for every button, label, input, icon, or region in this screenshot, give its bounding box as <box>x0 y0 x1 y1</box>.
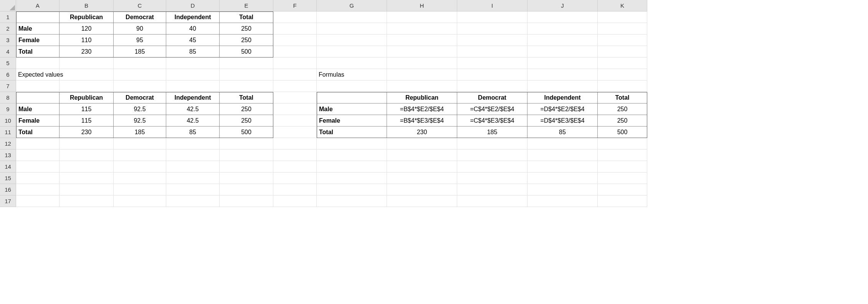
cell-I1[interactable] <box>457 12 527 23</box>
col-header-E[interactable]: E <box>220 0 273 12</box>
cell-K8[interactable]: Total <box>598 92 647 104</box>
cell-B6[interactable] <box>60 69 114 81</box>
cell-J14[interactable] <box>527 161 598 173</box>
cell-C15[interactable] <box>114 173 166 184</box>
cell-F8[interactable] <box>273 92 317 104</box>
cell-K16[interactable] <box>598 184 647 196</box>
cell-I13[interactable] <box>457 150 527 161</box>
cell-F6[interactable] <box>273 69 317 81</box>
cell-A9[interactable]: Male <box>16 104 60 115</box>
row-header-13[interactable]: 13 <box>0 150 16 161</box>
cell-K11[interactable]: 500 <box>598 127 647 138</box>
row-header-5[interactable]: 5 <box>0 58 16 69</box>
cell-K15[interactable] <box>598 173 647 184</box>
cell-I3[interactable] <box>457 35 527 46</box>
cell-A6[interactable]: Expected values <box>16 69 60 81</box>
cell-C1[interactable]: Democrat <box>114 12 166 23</box>
row-header-14[interactable]: 14 <box>0 161 16 173</box>
cell-H12[interactable] <box>387 138 457 150</box>
cell-I6[interactable] <box>457 69 527 81</box>
cell-K12[interactable] <box>598 138 647 150</box>
cell-C7[interactable] <box>114 81 166 92</box>
cell-D10[interactable]: 42.5 <box>166 115 220 127</box>
cell-D4[interactable]: 85 <box>166 46 220 58</box>
cell-B9[interactable]: 115 <box>60 104 114 115</box>
cell-B10[interactable]: 115 <box>60 115 114 127</box>
cell-K7[interactable] <box>598 81 647 92</box>
cell-J4[interactable] <box>527 46 598 58</box>
row-header-1[interactable]: 1 <box>0 12 16 23</box>
cell-I16[interactable] <box>457 184 527 196</box>
row-header-11[interactable]: 11 <box>0 127 16 138</box>
cell-D8[interactable]: Independent <box>166 92 220 104</box>
cell-K14[interactable] <box>598 161 647 173</box>
cell-F10[interactable] <box>273 115 317 127</box>
cell-B5[interactable] <box>60 58 114 69</box>
cell-G3[interactable] <box>317 35 387 46</box>
cell-J8[interactable]: Independent <box>527 92 598 104</box>
col-header-C[interactable]: C <box>114 0 166 12</box>
cell-K5[interactable] <box>598 58 647 69</box>
cell-J2[interactable] <box>527 23 598 35</box>
cell-G15[interactable] <box>317 173 387 184</box>
cell-C10[interactable]: 92.5 <box>114 115 166 127</box>
cell-H1[interactable] <box>387 12 457 23</box>
cell-F17[interactable] <box>273 196 317 207</box>
cell-E15[interactable] <box>220 173 273 184</box>
row-header-17[interactable]: 17 <box>0 196 16 207</box>
col-header-D[interactable]: D <box>166 0 220 12</box>
cell-B17[interactable] <box>60 196 114 207</box>
cell-D9[interactable]: 42.5 <box>166 104 220 115</box>
row-header-10[interactable]: 10 <box>0 115 16 127</box>
cell-E4[interactable]: 500 <box>220 46 273 58</box>
cell-E12[interactable] <box>220 138 273 150</box>
cell-G4[interactable] <box>317 46 387 58</box>
cell-D17[interactable] <box>166 196 220 207</box>
row-header-16[interactable]: 16 <box>0 184 16 196</box>
cell-C17[interactable] <box>114 196 166 207</box>
cell-C3[interactable]: 95 <box>114 35 166 46</box>
row-header-6[interactable]: 6 <box>0 69 16 81</box>
row-header-7[interactable]: 7 <box>0 81 16 92</box>
cell-H10[interactable]: =B$4*$E3/$E$4 <box>387 115 457 127</box>
cell-J11[interactable]: 85 <box>527 127 598 138</box>
cell-E17[interactable] <box>220 196 273 207</box>
cell-D6[interactable] <box>166 69 220 81</box>
cell-G8[interactable] <box>317 92 387 104</box>
cell-E9[interactable]: 250 <box>220 104 273 115</box>
cell-D5[interactable] <box>166 58 220 69</box>
cell-F7[interactable] <box>273 81 317 92</box>
cell-E1[interactable]: Total <box>220 12 273 23</box>
cell-G7[interactable] <box>317 81 387 92</box>
cell-J10[interactable]: =D$4*$E3/$E$4 <box>527 115 598 127</box>
cell-B7[interactable] <box>60 81 114 92</box>
cell-G10[interactable]: Female <box>317 115 387 127</box>
cell-I5[interactable] <box>457 58 527 69</box>
cell-B16[interactable] <box>60 184 114 196</box>
cell-B1[interactable]: Republican <box>60 12 114 23</box>
cell-C16[interactable] <box>114 184 166 196</box>
col-header-B[interactable]: B <box>60 0 114 12</box>
cell-J15[interactable] <box>527 173 598 184</box>
cell-C13[interactable] <box>114 150 166 161</box>
row-header-15[interactable]: 15 <box>0 173 16 184</box>
col-header-A[interactable]: A <box>16 0 60 12</box>
cell-E11[interactable]: 500 <box>220 127 273 138</box>
cell-I11[interactable]: 185 <box>457 127 527 138</box>
cell-H6[interactable] <box>387 69 457 81</box>
cell-G11[interactable]: Total <box>317 127 387 138</box>
cell-F15[interactable] <box>273 173 317 184</box>
cell-F9[interactable] <box>273 104 317 115</box>
cell-F5[interactable] <box>273 58 317 69</box>
col-header-F[interactable]: F <box>273 0 317 12</box>
cell-C11[interactable]: 185 <box>114 127 166 138</box>
cell-A3[interactable]: Female <box>16 35 60 46</box>
cell-J3[interactable] <box>527 35 598 46</box>
cell-J6[interactable] <box>527 69 598 81</box>
cell-D16[interactable] <box>166 184 220 196</box>
cell-H4[interactable] <box>387 46 457 58</box>
spreadsheet-grid[interactable]: A B C D E F G H I J K 1 Republican Democ… <box>0 0 868 207</box>
cell-F3[interactable] <box>273 35 317 46</box>
cell-K6[interactable] <box>598 69 647 81</box>
cell-F2[interactable] <box>273 23 317 35</box>
